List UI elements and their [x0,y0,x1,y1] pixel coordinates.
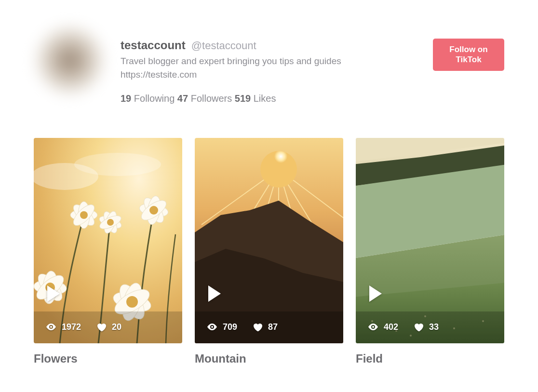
svg-point-38 [260,151,297,188]
follow-button[interactable]: Follow on TikTok [433,39,504,71]
handle: @testaccount [191,40,256,52]
profile-header: testaccount @testaccount Travel blogger … [34,0,504,123]
thumbnail-overlay: 402 33 [356,285,504,343]
thumbnail-overlay: 709 87 [195,285,343,343]
post-card: 1972 20 Flowers [34,138,182,365]
eye-icon [367,321,379,333]
follow-button-line2: TikTok [456,55,481,64]
stats-row: 19 Following 47 Followers 519 Likes [121,93,504,104]
views-count: 402 [384,322,398,332]
svg-point-2 [74,153,161,176]
svg-point-29 [50,326,52,328]
likes-metric: 20 [95,321,121,333]
display-name: testaccount [121,39,186,52]
likes-count: 519 [235,93,251,104]
svg-point-12 [107,219,114,226]
follow-button-line1: Follow on [449,45,487,54]
likes-count: 87 [268,322,278,332]
views-metric: 709 [206,321,237,333]
svg-point-7 [80,211,88,219]
thumbnail-overlay: 1972 20 [34,285,182,343]
post-title[interactable]: Mountain [195,352,343,365]
post-card: 402 33 Field [356,138,504,365]
likes-count: 20 [112,322,121,332]
post-title[interactable]: Field [356,352,504,365]
post-thumbnail[interactable]: 1972 20 [34,138,182,343]
heart-icon [413,321,424,333]
views-count: 1972 [62,322,81,332]
posts-feed: 1972 20 Flowers [34,123,504,365]
following-label[interactable]: Following [134,93,175,104]
play-icon [369,285,382,302]
svg-point-49 [372,326,374,328]
post-thumbnail[interactable]: 709 87 [195,138,343,343]
views-count: 709 [223,322,237,332]
svg-point-40 [211,326,213,328]
play-icon [208,285,221,302]
eye-icon [206,321,218,333]
likes-label[interactable]: Likes [254,93,276,104]
views-metric: 402 [367,321,398,333]
play-icon [47,285,60,302]
avatar[interactable] [34,24,106,96]
followers-label[interactable]: Followers [191,93,232,104]
post-title[interactable]: Flowers [34,352,182,365]
likes-count: 33 [429,322,439,332]
heart-icon [252,321,263,333]
likes-metric: 87 [252,321,278,333]
post-thumbnail[interactable]: 402 33 [356,138,504,343]
svg-point-17 [149,206,158,215]
following-count: 19 [121,93,131,104]
views-metric: 1972 [45,321,81,333]
likes-metric: 33 [413,321,439,333]
followers-count: 47 [177,93,188,104]
metrics-row: 709 87 [206,321,332,333]
heart-icon [95,321,107,333]
eye-icon [45,321,57,333]
metrics-row: 1972 20 [45,321,171,333]
metrics-row: 402 33 [367,321,493,333]
post-card: 709 87 Mountain [195,138,343,365]
